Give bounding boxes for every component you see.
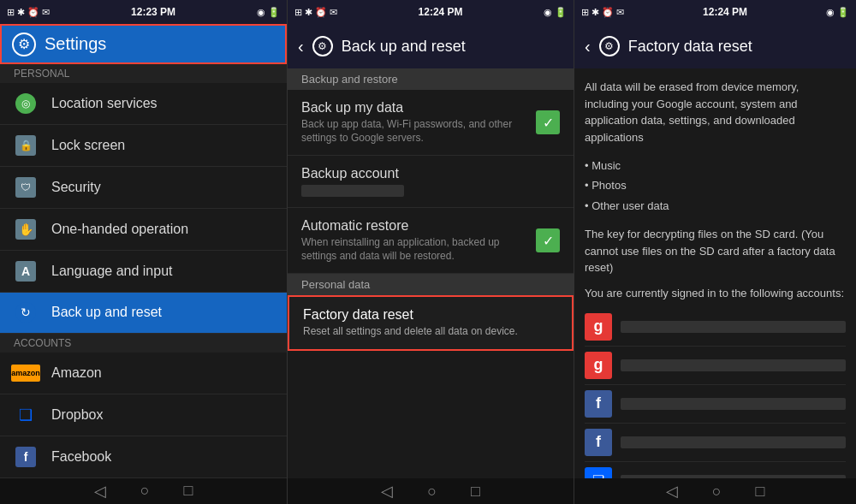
- status-icons-right-2: ◉ 🔋: [544, 7, 567, 18]
- sidebar-item-label-security: Security: [51, 180, 101, 195]
- factory-reset-header: ‹ ⚙ Factory data reset: [574, 24, 856, 68]
- home-nav-btn[interactable]: ○: [140, 482, 150, 500]
- facebook-icon-2: f: [585, 429, 612, 456]
- bottom-nav-1: ◁ ○ □: [0, 478, 287, 504]
- gear-icon-2: ⚙: [312, 36, 333, 56]
- dropbox-icon: ❑: [14, 403, 38, 427]
- accounts-section-label: Accounts: [0, 334, 287, 353]
- google-account-2: [621, 359, 846, 371]
- security-icon: 🛡: [14, 175, 38, 199]
- backup-icon: ↻: [14, 300, 38, 324]
- account-row-dropbox: ❑: [585, 462, 846, 478]
- list-item-photos: • Photos: [585, 175, 846, 195]
- time-3: 12:24 PM: [703, 6, 747, 18]
- backup-my-data-checkbox[interactable]: ✓: [536, 110, 560, 134]
- backup-reset-panel: ⊞ ✱ ⏰ ✉ 12:24 PM ◉ 🔋 ‹ ⚙ Back up and res…: [287, 0, 574, 504]
- back-nav-btn-3[interactable]: ◁: [666, 482, 678, 501]
- backup-my-data-desc: Back up app data, Wi-Fi passwords, and o…: [301, 118, 536, 145]
- backup-content: Backup and restore Back up my data Back …: [288, 68, 574, 478]
- status-icons-left: ⊞ ✱ ⏰ ✉: [7, 7, 50, 18]
- backup-restore-section: Backup and restore: [288, 68, 574, 90]
- auto-restore-row[interactable]: Automatic restore When reinstalling an a…: [288, 208, 574, 274]
- account-row-facebook-1: f: [585, 385, 846, 424]
- sidebar-item-label-lockscreen: Lock screen: [51, 138, 125, 153]
- factory-reset-content: All data will be erased from device memo…: [574, 68, 856, 478]
- sidebar-item-label-onehanded: One-handed operation: [51, 222, 188, 237]
- sidebar-item-onehanded[interactable]: ✋ One-handed operation: [0, 209, 287, 251]
- personal-section-label: Personal: [0, 64, 287, 83]
- dropbox-icon-account: ❑: [585, 467, 612, 478]
- google-account-1: [621, 321, 846, 333]
- sidebar-item-security[interactable]: 🛡 Security: [0, 167, 287, 209]
- backup-account-value: [301, 185, 404, 197]
- auto-restore-desc: When reinstalling an application, backed…: [301, 236, 536, 263]
- list-item-userdata: • Other user data: [585, 196, 846, 216]
- facebook-account-1: [621, 398, 846, 410]
- sidebar-item-label-location: Location services: [51, 96, 158, 111]
- sidebar-item-dropbox[interactable]: ❑ Dropbox: [0, 394, 287, 436]
- gear-icon-3: ⚙: [599, 36, 620, 56]
- status-bar-3: ⊞ ✱ ⏰ ✉ 12:24 PM ◉ 🔋: [574, 0, 856, 24]
- account-row-google-2: g: [585, 347, 846, 385]
- bottom-nav-3: ◁ ○ □: [574, 478, 856, 504]
- sidebar-item-amazon[interactable]: amazon Amazon: [0, 353, 287, 394]
- status-bar-1: ⊞ ✱ ⏰ ✉ 12:23 PM ◉ 🔋: [0, 0, 287, 24]
- back-nav-btn-2[interactable]: ◁: [381, 482, 393, 501]
- recent-nav-btn[interactable]: □: [184, 482, 193, 500]
- factory-reset-desc: Reset all settings and delete all data o…: [303, 325, 558, 339]
- backup-account-title: Backup account: [301, 166, 560, 181]
- sidebar-item-facebook[interactable]: f Facebook: [0, 436, 287, 478]
- time-1: 12:23 PM: [131, 6, 175, 18]
- back-arrow-3[interactable]: ‹: [585, 37, 591, 56]
- settings-title: Settings: [45, 34, 106, 54]
- sidebar-item-language[interactable]: A Language and input: [0, 251, 287, 293]
- sidebar-item-label-backup: Back up and reset: [51, 305, 162, 320]
- auto-restore-title: Automatic restore: [301, 218, 536, 234]
- google-icon-2: g: [585, 352, 612, 379]
- reset-warning-text: All data will be erased from device memo…: [585, 79, 846, 145]
- reset-list: • Music • Photos • Other user data: [585, 156, 846, 216]
- back-arrow-2[interactable]: ‹: [298, 37, 304, 56]
- auto-restore-checkbox[interactable]: ✓: [536, 228, 560, 252]
- factory-reset-panel: ⊞ ✱ ⏰ ✉ 12:24 PM ◉ 🔋 ‹ ⚙ Factory data re…: [574, 0, 856, 504]
- status-bar-2: ⊞ ✱ ⏰ ✉ 12:24 PM ◉ 🔋: [288, 0, 574, 24]
- status-icons-right-3: ◉ 🔋: [826, 7, 849, 18]
- status-icons-right: ◉ 🔋: [257, 7, 280, 18]
- status-icons-left-2: ⊞ ✱ ⏰ ✉: [294, 7, 337, 18]
- backup-account-row[interactable]: Backup account: [288, 156, 574, 208]
- sidebar-item-label-language: Language and input: [51, 264, 172, 279]
- lock-icon: 🔒: [14, 133, 38, 157]
- amazon-icon: amazon: [14, 361, 38, 385]
- backup-title: Back up and reset: [342, 38, 466, 56]
- sidebar-item-label-facebook: Facebook: [51, 449, 111, 465]
- factory-reset-row[interactable]: Factory data reset Reset all settings an…: [288, 295, 574, 351]
- backup-header: ‹ ⚙ Back up and reset: [288, 24, 574, 68]
- time-2: 12:24 PM: [419, 6, 463, 18]
- google-icon-1: g: [585, 313, 612, 341]
- facebook-account-2: [621, 436, 846, 448]
- sidebar-item-location[interactable]: ◎ Location services: [0, 83, 287, 125]
- account-row-facebook-2: f: [585, 424, 846, 462]
- factory-reset-title-header: Factory data reset: [628, 38, 752, 56]
- sidebar-item-label-dropbox: Dropbox: [51, 407, 103, 423]
- back-nav-btn[interactable]: ◁: [94, 482, 106, 501]
- personal-data-section: Personal data: [288, 274, 574, 295]
- location-icon: ◎: [14, 92, 38, 116]
- language-icon: A: [14, 259, 38, 283]
- home-nav-btn-2[interactable]: ○: [427, 483, 437, 501]
- onehanded-icon: ✋: [14, 217, 38, 241]
- list-item-music: • Music: [585, 156, 846, 175]
- backup-my-data-title: Back up my data: [301, 100, 536, 116]
- account-row-google-1: g: [585, 308, 846, 347]
- sidebar-item-lockscreen[interactable]: 🔒 Lock screen: [0, 125, 287, 167]
- sidebar-item-label-amazon: Amazon: [51, 365, 102, 381]
- status-icons-left-3: ⊞ ✱ ⏰ ✉: [581, 7, 624, 18]
- bottom-nav-2: ◁ ○ □: [288, 478, 574, 504]
- backup-my-data-row[interactable]: Back up my data Back up app data, Wi-Fi …: [288, 90, 574, 156]
- factory-reset-title: Factory data reset: [303, 307, 558, 323]
- recent-nav-btn-3[interactable]: □: [756, 483, 765, 501]
- sidebar-item-backup[interactable]: ↻ Back up and reset: [0, 293, 287, 335]
- recent-nav-btn-2[interactable]: □: [471, 483, 480, 501]
- signed-in-label: You are currently signed in to the follo…: [585, 287, 846, 299]
- home-nav-btn-3[interactable]: ○: [712, 483, 722, 501]
